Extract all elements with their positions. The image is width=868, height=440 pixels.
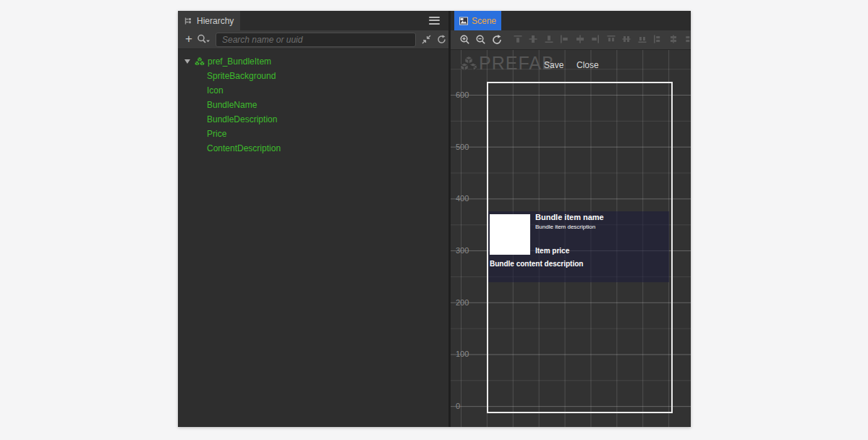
collapse-all-icon[interactable]: [421, 34, 432, 45]
distribute-vcenter-icon[interactable]: [621, 34, 631, 44]
align-left-icon[interactable]: [559, 34, 569, 44]
refresh-icon[interactable]: [436, 34, 447, 45]
tree-node-label: pref_BundleItem: [208, 56, 271, 67]
ruler-label: 100: [456, 350, 469, 358]
tree-node-label: BundleName: [207, 100, 257, 110]
distribute-left-icon[interactable]: [652, 34, 663, 44]
price-node[interactable]: Item price: [535, 247, 569, 255]
align-bottom-icon[interactable]: [544, 34, 554, 44]
tree-node-label: BundleDescription: [207, 114, 277, 124]
hierarchy-icon: [184, 17, 192, 25]
bundle-description-node[interactable]: Bundle item description: [535, 224, 595, 230]
tab-scene[interactable]: Scene: [454, 11, 501, 30]
ruler-label: 600: [456, 90, 469, 99]
panel-menu-icon[interactable]: [429, 17, 440, 25]
prefab-save-button[interactable]: Save: [544, 60, 563, 70]
zoom-in-icon[interactable]: [459, 34, 471, 46]
add-node-button[interactable]: +: [182, 31, 195, 47]
distribute-right-icon[interactable]: [684, 34, 691, 44]
tree-node[interactable]: BundleDescription: [178, 112, 448, 127]
distribute-bottom-icon[interactable]: [637, 34, 647, 44]
icon-node[interactable]: [490, 214, 530, 255]
ruler-label: 200: [456, 298, 469, 307]
tree-node-label: SpriteBackground: [207, 71, 276, 81]
tree-node[interactable]: Icon: [178, 83, 448, 98]
search-filter-icon[interactable]: [197, 33, 211, 45]
tree-node-label: ContentDescription: [207, 143, 281, 153]
ruler-label: 300: [456, 246, 469, 255]
prefab-mode-title: PREFAB: [479, 53, 555, 74]
align-hcenter-icon[interactable]: [575, 34, 585, 44]
search-input[interactable]: [216, 33, 416, 47]
tree-node[interactable]: ContentDescription: [178, 141, 448, 156]
scene-icon: [459, 17, 468, 25]
align-top-icon[interactable]: [513, 34, 523, 44]
align-right-icon[interactable]: [590, 34, 600, 44]
tree-node-root[interactable]: pref_BundleItem: [178, 54, 448, 69]
tree-node[interactable]: BundleName: [178, 98, 448, 112]
hierarchy-tabbar: Hierarchy: [178, 11, 448, 30]
hierarchy-panel: Hierarchy +: [178, 11, 448, 427]
ruler-label: 0: [456, 402, 460, 410]
bundle-name-node[interactable]: Bundle item name: [535, 213, 604, 221]
scene-tab-label: Scene: [472, 16, 496, 26]
prefab-cube-icon: [195, 56, 205, 67]
hierarchy-tab-label: Hierarchy: [197, 16, 234, 26]
tree-node-label: Icon: [207, 85, 224, 96]
zoom-out-icon[interactable]: [475, 34, 487, 46]
align-vcenter-icon[interactable]: [528, 34, 538, 44]
prefab-close-button[interactable]: Close: [576, 60, 599, 70]
ruler-label: 400: [456, 194, 469, 203]
tree-node[interactable]: SpriteBackground: [178, 69, 448, 83]
tab-hierarchy[interactable]: Hierarchy: [178, 11, 240, 30]
content-description-node[interactable]: Bundle content description: [490, 260, 583, 268]
hierarchy-tree: pref_BundleItem SpriteBackground Icon Bu…: [178, 50, 448, 427]
prefab-watermark-icon: [460, 55, 477, 72]
editor-window: Hierarchy +: [178, 11, 691, 427]
ruler-label: 500: [456, 143, 469, 151]
scene-tabbar: Scene: [451, 11, 691, 30]
distribute-top-icon[interactable]: [606, 34, 616, 44]
scene-toolbar: [451, 30, 691, 50]
scene-canvas[interactable]: PREFAB Save Close 600 500 400 300 200 10…: [451, 50, 691, 427]
scene-panel: Scene: [451, 11, 691, 427]
expander-icon[interactable]: [184, 59, 190, 64]
tree-node-label: Price: [207, 129, 226, 139]
reset-view-icon[interactable]: [491, 34, 503, 46]
distribute-hcenter-icon[interactable]: [668, 34, 678, 44]
hierarchy-toolbar: +: [178, 30, 448, 49]
prefab-mode-bar: PREFAB Save Close: [451, 50, 691, 79]
tree-node[interactable]: Price: [178, 127, 448, 141]
